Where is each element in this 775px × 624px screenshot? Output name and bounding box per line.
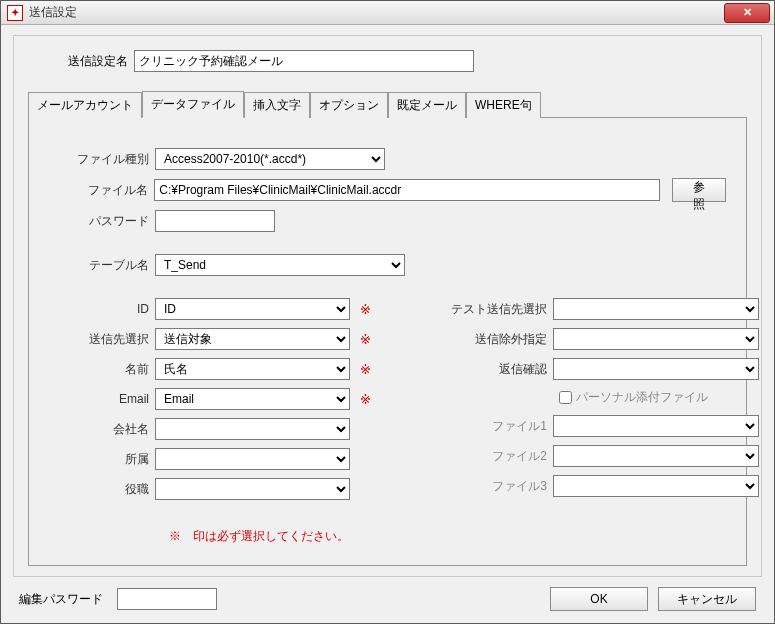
dest-required-mark: ※	[360, 332, 371, 347]
email-required-mark: ※	[360, 392, 371, 407]
id-label: ID	[49, 302, 149, 316]
outer-frame: 送信設定名 メールアカウント データファイル 挿入文字 オプション 既定メール …	[13, 35, 762, 577]
window: ✦ 送信設定 ✕ 送信設定名 メールアカウント データファイル 挿入文字 オプシ…	[0, 0, 775, 624]
setting-name-input[interactable]	[134, 50, 474, 72]
department-select[interactable]	[155, 448, 350, 470]
setting-name-label: 送信設定名	[48, 53, 128, 70]
test-dest-select[interactable]	[553, 298, 759, 320]
file2-label: ファイル2	[449, 448, 547, 465]
table-name-label: テーブル名	[49, 257, 149, 274]
company-label: 会社名	[49, 421, 149, 438]
table-name-select[interactable]: T_Send	[155, 254, 405, 276]
department-label: 所属	[49, 451, 149, 468]
name-select[interactable]: 氏名	[155, 358, 350, 380]
file-type-select[interactable]: Access2007-2010(*.accd*)	[155, 148, 385, 170]
file1-label: ファイル1	[449, 418, 547, 435]
dest-select[interactable]: 送信対象	[155, 328, 350, 350]
required-note: ※ 印は必ず選択してください。	[169, 528, 726, 545]
dest-select-label: 送信先選択	[49, 331, 149, 348]
id-select[interactable]: ID	[155, 298, 350, 320]
personal-attach-label: パーソナル添付ファイル	[576, 389, 708, 406]
tab-where[interactable]: WHERE句	[466, 92, 541, 118]
reply-confirm-label: 返信確認	[449, 361, 547, 378]
setting-name-row: 送信設定名	[28, 50, 747, 72]
tab-panel-data-file: ファイル種別 Access2007-2010(*.accd*) ファイル名 参照…	[28, 117, 747, 566]
tab-strip: メールアカウント データファイル 挿入文字 オプション 既定メール WHERE句	[28, 90, 747, 117]
titlebar: ✦ 送信設定 ✕	[1, 1, 774, 25]
content-area: 送信設定名 メールアカウント データファイル 挿入文字 オプション 既定メール …	[1, 25, 774, 623]
tab-data-file[interactable]: データファイル	[142, 91, 244, 118]
name-required-mark: ※	[360, 362, 371, 377]
file-name-label: ファイル名	[49, 182, 148, 199]
window-title: 送信設定	[29, 4, 724, 21]
file-name-input[interactable]	[154, 179, 660, 201]
position-label: 役職	[49, 481, 149, 498]
edit-password-input[interactable]	[117, 588, 217, 610]
file3-select[interactable]	[553, 475, 759, 497]
exclude-label: 送信除外指定	[449, 331, 547, 348]
tab-insert-text[interactable]: 挿入文字	[244, 92, 310, 118]
bottom-bar: 編集パスワード OK キャンセル	[13, 577, 762, 615]
name-label: 名前	[49, 361, 149, 378]
reply-confirm-select[interactable]	[553, 358, 759, 380]
tab-mail-account[interactable]: メールアカウント	[28, 92, 142, 118]
edit-password-label: 編集パスワード	[19, 591, 109, 608]
tab-option[interactable]: オプション	[310, 92, 388, 118]
ok-button[interactable]: OK	[550, 587, 648, 611]
tab-default-mail[interactable]: 既定メール	[388, 92, 466, 118]
email-select[interactable]: Email	[155, 388, 350, 410]
password-input[interactable]	[155, 210, 275, 232]
position-select[interactable]	[155, 478, 350, 500]
close-icon[interactable]: ✕	[724, 3, 770, 23]
password-label: パスワード	[49, 213, 149, 230]
file1-select[interactable]	[553, 415, 759, 437]
exclude-select[interactable]	[553, 328, 759, 350]
app-icon: ✦	[7, 5, 23, 21]
test-dest-label: テスト送信先選択	[449, 301, 547, 318]
cancel-button[interactable]: キャンセル	[658, 587, 756, 611]
file-type-label: ファイル種別	[49, 151, 149, 168]
personal-attach-checkbox[interactable]	[559, 391, 572, 404]
company-select[interactable]	[155, 418, 350, 440]
email-label: Email	[49, 392, 149, 406]
file2-select[interactable]	[553, 445, 759, 467]
id-required-mark: ※	[360, 302, 371, 317]
file3-label: ファイル3	[449, 478, 547, 495]
browse-button[interactable]: 参照	[672, 178, 726, 202]
